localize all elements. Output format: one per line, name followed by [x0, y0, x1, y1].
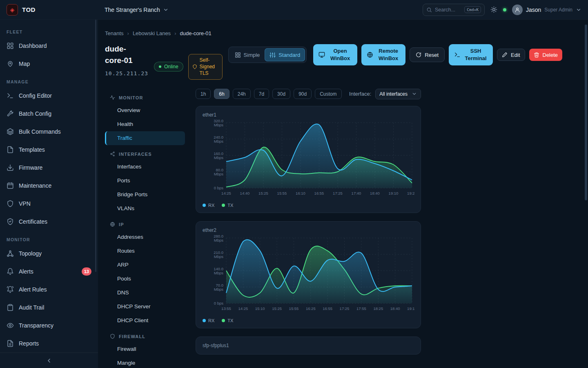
view-toggle-simple[interactable]: Simple — [230, 48, 265, 61]
subnav-item-firewall[interactable]: Firewall — [105, 342, 185, 356]
subnav-section-monitor: MONITOR — [105, 92, 185, 103]
time-range-1h[interactable]: 1h — [196, 89, 211, 99]
sidebar-item-topology[interactable]: Topology — [0, 245, 98, 263]
sidebar-item-label: Certificates — [19, 218, 47, 225]
subnav-item-ports[interactable]: Ports — [105, 174, 185, 188]
time-range-pills: 1h6h24h7d30d90dCustom — [196, 89, 342, 99]
delete-button[interactable]: Delete — [529, 49, 563, 61]
svg-text:240.0Mbps: 240.0Mbps — [214, 135, 223, 144]
main-scrollbar[interactable] — [585, 25, 587, 200]
subnav-item-mangle[interactable]: Mangle — [105, 356, 185, 368]
time-range-24h[interactable]: 24h — [233, 89, 251, 99]
shield-icon — [192, 64, 197, 69]
breadcrumb-item-tenants[interactable]: Tenants — [105, 30, 124, 36]
sidebar-item-config-editor[interactable]: Config Editor — [0, 87, 98, 105]
reset-button[interactable]: Reset — [410, 47, 445, 62]
sidebar-item-bulk-commands[interactable]: Bulk Commands — [0, 123, 98, 141]
bell-icon — [7, 268, 14, 275]
legend-dot-icon — [222, 204, 225, 207]
sidebar-item-transparency[interactable]: Transparency — [0, 316, 98, 334]
globe-icon — [110, 222, 115, 227]
time-range-30d[interactable]: 30d — [272, 89, 290, 99]
subnav-item-vlans[interactable]: VLANs — [105, 202, 185, 215]
status-label: Online — [164, 64, 178, 70]
breadcrumb-item-lebowski-lanes[interactable]: Lebowski Lanes — [133, 30, 171, 36]
chevron-down-icon — [576, 7, 581, 13]
svg-text:17:25: 17:25 — [333, 191, 343, 195]
sidebar-item-vpn[interactable]: VPN — [0, 195, 98, 213]
sidebar-item-label: Alert Rules — [19, 286, 47, 293]
topbar: ◈ TOD The Stranger's Ranch Cmd+K Jason S… — [0, 0, 588, 20]
tenant-selector[interactable]: The Stranger's Ranch — [105, 7, 169, 13]
search-input[interactable] — [435, 7, 461, 13]
grid-icon — [235, 52, 241, 58]
svg-text:19:25: 19:25 — [407, 191, 414, 195]
svg-text:17:40: 17:40 — [352, 191, 361, 195]
subnav-section-ip: IP — [105, 219, 185, 230]
subnav-item-interfaces[interactable]: Interfaces — [105, 160, 185, 174]
sidebar-item-certificates[interactable]: Certificates — [0, 213, 98, 231]
sidebar-item-firmware[interactable]: Firmware — [0, 159, 98, 177]
report-icon — [7, 340, 14, 347]
time-range-custom[interactable]: Custom — [315, 89, 341, 99]
theme-toggle-button[interactable] — [490, 6, 497, 13]
globe-icon — [367, 52, 373, 58]
sidebar-item-maintenance[interactable]: Maintenance — [0, 177, 98, 195]
sidebar-item-batch-config[interactable]: Batch Config — [0, 105, 98, 123]
sidebar-item-label: Templates — [19, 146, 45, 153]
legend-item-tx: TX — [222, 203, 233, 208]
subnav-section-firewall: FIREWALL — [105, 331, 185, 342]
time-range-90d[interactable]: 90d — [294, 89, 312, 99]
collapse-sidebar-button[interactable] — [46, 357, 52, 364]
user-menu[interactable]: Jason Super Admin — [512, 4, 581, 15]
svg-text:19:10: 19:10 — [389, 191, 399, 195]
subnav-scrollbar[interactable] — [95, 20, 96, 272]
sidebar-item-templates[interactable]: Templates — [0, 141, 98, 159]
view-toggle-standard[interactable]: Standard — [265, 48, 305, 61]
subnav-item-overview[interactable]: Overview — [105, 103, 185, 117]
legend-dot-icon — [203, 319, 206, 322]
edit-button[interactable]: Edit — [497, 49, 525, 61]
subnav-item-arp[interactable]: ARP — [105, 258, 185, 272]
sidebar-item-label: Transparency — [19, 322, 53, 329]
time-range-6h[interactable]: 6h — [214, 89, 229, 99]
svg-text:0 bps: 0 bps — [214, 186, 223, 190]
svg-text:160.0Mbps: 160.0Mbps — [214, 151, 223, 160]
breadcrumb-separator-icon: › — [127, 30, 129, 36]
button-label: Reset — [425, 52, 439, 58]
subnav-item-addresses[interactable]: Addresses — [105, 230, 185, 244]
device-subnav: MONITOROverviewHealthTrafficINTERFACESIn… — [105, 89, 185, 368]
sidebar-item-map[interactable]: Map — [0, 55, 98, 73]
sidebar-item-audit-trail[interactable]: Audit Trail — [0, 298, 98, 316]
subnav-item-dhcp-server[interactable]: DHCP Server — [105, 300, 185, 314]
subnav-section-label: IP — [119, 222, 124, 227]
traffic-chart: 280.0Mbps210.0Mbps140.0Mbps70.0Mbps0 bps… — [203, 235, 414, 316]
subnav-item-bridge-ports[interactable]: Bridge Ports — [105, 188, 185, 202]
subnav-item-health[interactable]: Health — [105, 117, 185, 131]
search-box[interactable]: Cmd+K — [423, 4, 485, 16]
interface-select[interactable]: All interfaces — [375, 89, 421, 99]
user-role: Super Admin — [544, 7, 572, 13]
chart-card-sfp-sfpplus1: sfp-sfpplus1 — [196, 337, 421, 355]
time-range-7d[interactable]: 7d — [254, 89, 269, 99]
subnav-item-traffic[interactable]: Traffic — [105, 131, 185, 145]
device-identity: dude-core-01 10.25.211.23 — [105, 43, 148, 76]
sidebar-section-label: MONITOR — [7, 237, 91, 242]
svg-text:19:10: 19:10 — [407, 306, 414, 311]
subnav-item-dhcp-client[interactable]: DHCP Client — [105, 314, 185, 328]
subnav-item-routes[interactable]: Routes — [105, 244, 185, 258]
ssh-terminal-button[interactable]: SSH Terminal — [449, 44, 493, 65]
sidebar-item-alerts[interactable]: Alerts13 — [0, 263, 98, 280]
device-badges: Online Self-Signed TLS — [154, 54, 223, 80]
open-winbox-button[interactable]: Open WinBox — [313, 44, 357, 65]
subnav-item-dns[interactable]: DNS — [105, 286, 185, 300]
toggle-label: Simple — [244, 52, 260, 58]
remote-winbox-button[interactable]: Remote WinBox — [361, 44, 405, 65]
sun-icon — [490, 6, 497, 13]
sidebar-item-dashboard[interactable]: Dashboard — [0, 37, 98, 55]
sidebar-item-reports[interactable]: Reports — [0, 334, 98, 352]
svg-text:16:55: 16:55 — [323, 306, 332, 311]
sidebar-item-alert-rules[interactable]: Alert Rules — [0, 280, 98, 298]
subnav-item-pools[interactable]: Pools — [105, 272, 185, 286]
search-icon — [426, 7, 432, 13]
